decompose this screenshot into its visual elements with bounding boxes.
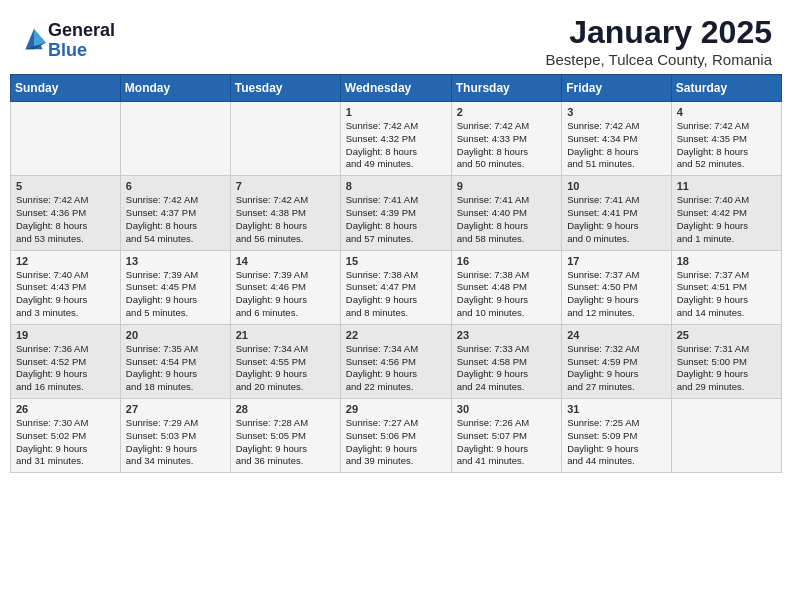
logo: General Blue xyxy=(20,21,115,61)
day-number: 5 xyxy=(16,180,115,192)
calendar-cell: 15Sunrise: 7:38 AMSunset: 4:47 PMDayligh… xyxy=(340,250,451,324)
col-sunday: Sunday xyxy=(11,75,121,102)
calendar-cell xyxy=(671,399,781,473)
calendar-wrapper: Sunday Monday Tuesday Wednesday Thursday… xyxy=(0,74,792,483)
day-number: 15 xyxy=(346,255,446,267)
calendar-week-4: 19Sunrise: 7:36 AMSunset: 4:52 PMDayligh… xyxy=(11,324,782,398)
calendar-cell: 31Sunrise: 7:25 AMSunset: 5:09 PMDayligh… xyxy=(562,399,672,473)
cell-content: Sunrise: 7:37 AMSunset: 4:51 PMDaylight:… xyxy=(677,269,776,320)
calendar-cell: 12Sunrise: 7:40 AMSunset: 4:43 PMDayligh… xyxy=(11,250,121,324)
col-wednesday: Wednesday xyxy=(340,75,451,102)
month-title: January 2025 xyxy=(545,14,772,51)
day-number: 14 xyxy=(236,255,335,267)
calendar-week-1: 1Sunrise: 7:42 AMSunset: 4:32 PMDaylight… xyxy=(11,102,782,176)
calendar-cell: 18Sunrise: 7:37 AMSunset: 4:51 PMDayligh… xyxy=(671,250,781,324)
calendar-cell: 11Sunrise: 7:40 AMSunset: 4:42 PMDayligh… xyxy=(671,176,781,250)
logo-blue-text: Blue xyxy=(48,40,87,60)
cell-content: Sunrise: 7:37 AMSunset: 4:50 PMDaylight:… xyxy=(567,269,666,320)
calendar-cell: 29Sunrise: 7:27 AMSunset: 5:06 PMDayligh… xyxy=(340,399,451,473)
day-number: 25 xyxy=(677,329,776,341)
col-tuesday: Tuesday xyxy=(230,75,340,102)
cell-content: Sunrise: 7:40 AMSunset: 4:42 PMDaylight:… xyxy=(677,194,776,245)
day-number: 30 xyxy=(457,403,556,415)
calendar-cell: 1Sunrise: 7:42 AMSunset: 4:32 PMDaylight… xyxy=(340,102,451,176)
cell-content: Sunrise: 7:42 AMSunset: 4:38 PMDaylight:… xyxy=(236,194,335,245)
col-saturday: Saturday xyxy=(671,75,781,102)
calendar-cell: 4Sunrise: 7:42 AMSunset: 4:35 PMDaylight… xyxy=(671,102,781,176)
location-title: Bestepe, Tulcea County, Romania xyxy=(545,51,772,68)
cell-content: Sunrise: 7:25 AMSunset: 5:09 PMDaylight:… xyxy=(567,417,666,468)
cell-content: Sunrise: 7:38 AMSunset: 4:47 PMDaylight:… xyxy=(346,269,446,320)
day-number: 16 xyxy=(457,255,556,267)
cell-content: Sunrise: 7:33 AMSunset: 4:58 PMDaylight:… xyxy=(457,343,556,394)
cell-content: Sunrise: 7:42 AMSunset: 4:34 PMDaylight:… xyxy=(567,120,666,171)
calendar-cell: 3Sunrise: 7:42 AMSunset: 4:34 PMDaylight… xyxy=(562,102,672,176)
day-number: 12 xyxy=(16,255,115,267)
day-number: 29 xyxy=(346,403,446,415)
calendar-cell: 26Sunrise: 7:30 AMSunset: 5:02 PMDayligh… xyxy=(11,399,121,473)
cell-content: Sunrise: 7:29 AMSunset: 5:03 PMDaylight:… xyxy=(126,417,225,468)
day-number: 31 xyxy=(567,403,666,415)
calendar-body: 1Sunrise: 7:42 AMSunset: 4:32 PMDaylight… xyxy=(11,102,782,473)
cell-content: Sunrise: 7:27 AMSunset: 5:06 PMDaylight:… xyxy=(346,417,446,468)
calendar-cell: 5Sunrise: 7:42 AMSunset: 4:36 PMDaylight… xyxy=(11,176,121,250)
day-number: 23 xyxy=(457,329,556,341)
calendar-cell: 27Sunrise: 7:29 AMSunset: 5:03 PMDayligh… xyxy=(120,399,230,473)
calendar-cell xyxy=(230,102,340,176)
cell-content: Sunrise: 7:36 AMSunset: 4:52 PMDaylight:… xyxy=(16,343,115,394)
calendar-cell: 6Sunrise: 7:42 AMSunset: 4:37 PMDaylight… xyxy=(120,176,230,250)
cell-content: Sunrise: 7:28 AMSunset: 5:05 PMDaylight:… xyxy=(236,417,335,468)
calendar-cell: 19Sunrise: 7:36 AMSunset: 4:52 PMDayligh… xyxy=(11,324,121,398)
cell-content: Sunrise: 7:41 AMSunset: 4:41 PMDaylight:… xyxy=(567,194,666,245)
calendar-cell: 30Sunrise: 7:26 AMSunset: 5:07 PMDayligh… xyxy=(451,399,561,473)
day-number: 27 xyxy=(126,403,225,415)
calendar-cell: 13Sunrise: 7:39 AMSunset: 4:45 PMDayligh… xyxy=(120,250,230,324)
day-number: 22 xyxy=(346,329,446,341)
day-number: 10 xyxy=(567,180,666,192)
calendar-cell: 22Sunrise: 7:34 AMSunset: 4:56 PMDayligh… xyxy=(340,324,451,398)
col-thursday: Thursday xyxy=(451,75,561,102)
calendar-week-3: 12Sunrise: 7:40 AMSunset: 4:43 PMDayligh… xyxy=(11,250,782,324)
calendar-cell: 10Sunrise: 7:41 AMSunset: 4:41 PMDayligh… xyxy=(562,176,672,250)
cell-content: Sunrise: 7:38 AMSunset: 4:48 PMDaylight:… xyxy=(457,269,556,320)
calendar-week-5: 26Sunrise: 7:30 AMSunset: 5:02 PMDayligh… xyxy=(11,399,782,473)
calendar-header: Sunday Monday Tuesday Wednesday Thursday… xyxy=(11,75,782,102)
page-header: General Blue January 2025 Bestepe, Tulce… xyxy=(0,0,792,74)
calendar-cell: 14Sunrise: 7:39 AMSunset: 4:46 PMDayligh… xyxy=(230,250,340,324)
col-monday: Monday xyxy=(120,75,230,102)
cell-content: Sunrise: 7:34 AMSunset: 4:55 PMDaylight:… xyxy=(236,343,335,394)
day-number: 18 xyxy=(677,255,776,267)
calendar-cell: 20Sunrise: 7:35 AMSunset: 4:54 PMDayligh… xyxy=(120,324,230,398)
calendar-cell: 17Sunrise: 7:37 AMSunset: 4:50 PMDayligh… xyxy=(562,250,672,324)
day-number: 8 xyxy=(346,180,446,192)
calendar-cell: 23Sunrise: 7:33 AMSunset: 4:58 PMDayligh… xyxy=(451,324,561,398)
cell-content: Sunrise: 7:41 AMSunset: 4:40 PMDaylight:… xyxy=(457,194,556,245)
calendar-cell: 24Sunrise: 7:32 AMSunset: 4:59 PMDayligh… xyxy=(562,324,672,398)
calendar-cell: 8Sunrise: 7:41 AMSunset: 4:39 PMDaylight… xyxy=(340,176,451,250)
cell-content: Sunrise: 7:42 AMSunset: 4:36 PMDaylight:… xyxy=(16,194,115,245)
cell-content: Sunrise: 7:41 AMSunset: 4:39 PMDaylight:… xyxy=(346,194,446,245)
day-number: 17 xyxy=(567,255,666,267)
day-number: 2 xyxy=(457,106,556,118)
calendar-cell: 28Sunrise: 7:28 AMSunset: 5:05 PMDayligh… xyxy=(230,399,340,473)
day-number: 26 xyxy=(16,403,115,415)
day-number: 11 xyxy=(677,180,776,192)
cell-content: Sunrise: 7:32 AMSunset: 4:59 PMDaylight:… xyxy=(567,343,666,394)
logo-general-text: General xyxy=(48,20,115,40)
cell-content: Sunrise: 7:39 AMSunset: 4:46 PMDaylight:… xyxy=(236,269,335,320)
cell-content: Sunrise: 7:42 AMSunset: 4:35 PMDaylight:… xyxy=(677,120,776,171)
cell-content: Sunrise: 7:31 AMSunset: 5:00 PMDaylight:… xyxy=(677,343,776,394)
cell-content: Sunrise: 7:34 AMSunset: 4:56 PMDaylight:… xyxy=(346,343,446,394)
day-number: 24 xyxy=(567,329,666,341)
logo-icon xyxy=(22,25,46,53)
day-number: 9 xyxy=(457,180,556,192)
day-number: 3 xyxy=(567,106,666,118)
day-number: 19 xyxy=(16,329,115,341)
day-number: 28 xyxy=(236,403,335,415)
calendar-cell xyxy=(11,102,121,176)
cell-content: Sunrise: 7:42 AMSunset: 4:33 PMDaylight:… xyxy=(457,120,556,171)
cell-content: Sunrise: 7:26 AMSunset: 5:07 PMDaylight:… xyxy=(457,417,556,468)
calendar-cell: 21Sunrise: 7:34 AMSunset: 4:55 PMDayligh… xyxy=(230,324,340,398)
cell-content: Sunrise: 7:40 AMSunset: 4:43 PMDaylight:… xyxy=(16,269,115,320)
calendar-cell: 25Sunrise: 7:31 AMSunset: 5:00 PMDayligh… xyxy=(671,324,781,398)
